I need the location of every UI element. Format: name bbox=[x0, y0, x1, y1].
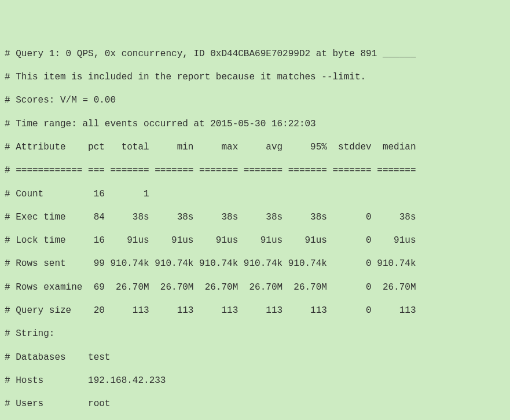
rows-examine-row: # Rows examine 69 26.70M 26.70M 26.70M 2… bbox=[5, 282, 505, 293]
scores-line: # Scores: V/M = 0.00 bbox=[5, 94, 505, 106]
rows-sent-row: # Rows sent 99 910.74k 910.74k 910.74k 9… bbox=[5, 258, 505, 269]
query-header-line: # Query 1: 0 QPS, 0x concurrency, ID 0xD… bbox=[5, 48, 505, 60]
count-row: # Count 16 1 bbox=[5, 188, 505, 200]
time-range-line: # Time range: all events occurred at 201… bbox=[5, 118, 505, 130]
attribute-table-divider: # ============ === ======= ======= =====… bbox=[5, 165, 505, 176]
lock-time-row: # Lock time 16 91us 91us 91us 91us 91us … bbox=[5, 235, 505, 246]
users-line: # Users root bbox=[5, 398, 505, 410]
string-header: # String: bbox=[5, 328, 505, 339]
databases-line: # Databases test bbox=[5, 352, 505, 363]
hosts-line: # Hosts 192.168.42.233 bbox=[5, 375, 505, 386]
attribute-table-header: # Attribute pct total min max avg 95% st… bbox=[5, 141, 505, 153]
inclusion-reason-line: # This item is included in the report be… bbox=[5, 71, 505, 83]
exec-time-row: # Exec time 84 38s 38s 38s 38s 38s 0 38s bbox=[5, 211, 505, 223]
query-size-row: # Query size 20 113 113 113 113 113 0 11… bbox=[5, 305, 505, 316]
